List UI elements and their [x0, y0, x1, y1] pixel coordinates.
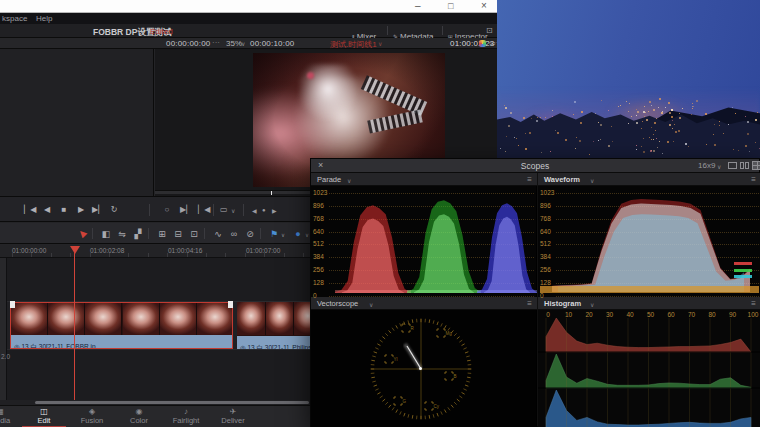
city-light [631, 116, 632, 117]
edit-tab-icon: ◫ [22, 407, 66, 416]
skip-forward-button[interactable]: ▶▏ [92, 205, 104, 214]
maximize-button[interactable]: □ [448, 0, 453, 13]
replace-clip-button[interactable]: ⊡ [188, 229, 200, 239]
histogram-header[interactable]: Histogram ∨ ≡ [538, 297, 760, 310]
mark-out-button[interactable]: ▏◀ [198, 205, 210, 214]
scopes-layout-dropdown[interactable]: 16x9 [696, 161, 717, 170]
vectorscope-header[interactable]: Vectorscope ∨ ≡ [311, 297, 537, 310]
separator [387, 26, 388, 35]
scopes-layout-caret-icon[interactable]: ∨ [717, 163, 721, 170]
position-lock-button[interactable]: ⊘ [244, 229, 256, 239]
clip-duration[interactable]: 00:00:10:00 [250, 39, 294, 48]
layout-single-icon[interactable] [728, 162, 737, 169]
tab-media[interactable]: ▦Media [0, 407, 22, 427]
city-light [659, 141, 660, 142]
scopes-titlebar[interactable]: × Scopes 16x9 ∨ [311, 159, 759, 173]
city-light [648, 111, 649, 112]
skip-back-button[interactable]: ▏◀ [24, 205, 36, 214]
histogram-caret-icon[interactable]: ∨ [590, 301, 594, 308]
city-light [714, 144, 716, 146]
grade-palette-icon[interactable] [479, 40, 486, 47]
parade-header[interactable]: Parade ∨ ≡ [311, 173, 537, 186]
waveform-settings-icon[interactable]: ≡ [751, 175, 756, 184]
city-light [654, 122, 656, 124]
nudge-right-button[interactable]: ▶ [272, 207, 277, 214]
metadata-button[interactable]: ✎Metadata [393, 25, 433, 37]
source-timecode[interactable]: 00:00:00:00 [166, 39, 210, 48]
insert-clip-button[interactable]: ⊞ [156, 229, 168, 239]
zoom-level[interactable]: 35% [226, 39, 242, 48]
close-button[interactable]: × [481, 0, 487, 12]
city-light [649, 137, 650, 138]
vectorscope-settings-icon[interactable]: ≡ [527, 299, 532, 308]
layout-dual-icon-b[interactable] [745, 162, 749, 169]
city-light [505, 107, 507, 109]
trim-edit-mode-button[interactable]: ◧ [100, 229, 112, 239]
tab-edit[interactable]: ◫Edit [22, 407, 66, 427]
overwrite-clip-button[interactable]: ⊟ [172, 229, 184, 239]
menubar: kspace Help [0, 13, 497, 24]
timeline-clip[interactable]: ◎ 13.白.30[21-1]_FOBBR.jp [10, 302, 233, 349]
menu-help[interactable]: Help [36, 14, 52, 23]
match-frame-button[interactable]: ○ [161, 205, 173, 214]
marker-caret-icon[interactable]: ∨ [305, 232, 309, 238]
city-light [645, 112, 646, 113]
vectorscope-caret-icon[interactable]: ∨ [369, 301, 373, 308]
curve-editor-button[interactable]: ∿ [212, 229, 224, 239]
minimize-button[interactable]: – [415, 0, 421, 12]
mixer-button[interactable]: |||Mixer [352, 25, 376, 37]
clip-thumbnail [160, 303, 197, 336]
play-button[interactable]: ▶ [75, 205, 87, 214]
clip-thumbnail [237, 302, 266, 335]
stop-button[interactable]: ■ [58, 205, 70, 214]
city-light [541, 152, 542, 153]
histogram-settings-icon[interactable]: ≡ [751, 299, 756, 308]
hscrollbar-thumb[interactable] [35, 401, 309, 404]
layout-dual-icon[interactable] [740, 162, 744, 169]
overflow-menu-icon[interactable]: ··· [212, 38, 220, 47]
link-clips-button[interactable]: ∞ [228, 229, 240, 239]
parade-settings-icon[interactable]: ≡ [527, 175, 532, 184]
tab-fusion[interactable]: ◈Fusion [70, 407, 114, 427]
clip-trim-handle-left[interactable] [10, 301, 15, 308]
loop-button[interactable]: ↻ [108, 205, 120, 214]
svg-text:G: G [403, 399, 407, 404]
inspector-button[interactable]: ⊞Inspector [448, 25, 488, 37]
layout-quad-icon[interactable] [752, 161, 760, 170]
flag-button[interactable]: ⚑ [268, 229, 280, 239]
city-light [714, 124, 715, 125]
tab-deliver[interactable]: ✈Deliver [211, 407, 255, 427]
parade-caret-icon[interactable]: ∨ [347, 177, 351, 184]
jog-playhead[interactable] [271, 191, 272, 195]
playhead-line[interactable] [74, 252, 75, 400]
menu-workspace[interactable]: kspace [2, 14, 27, 23]
position-dot-button[interactable]: ● [262, 207, 266, 213]
clip-trim-handle-right[interactable] [228, 301, 233, 308]
blade-edit-button[interactable]: ▞ [132, 229, 144, 239]
selection-tool-button[interactable]: ▶ [74, 226, 90, 242]
view-mode-button[interactable]: ▭ [220, 205, 228, 214]
vectorscope-target-R: R [402, 324, 415, 332]
timeline-caret-icon[interactable]: ∨ [378, 40, 382, 47]
separator [243, 204, 244, 216]
project-status: Edited [150, 27, 173, 36]
city-light [656, 138, 657, 139]
tab-color[interactable]: ◉Color [117, 407, 161, 427]
city-light [653, 109, 655, 111]
panel-toggle-icon[interactable]: ⊡ [486, 26, 493, 35]
waveform-header[interactable]: Waveform ∨ ≡ [538, 173, 760, 186]
zoom-caret-icon[interactable]: ∨ [241, 40, 245, 47]
dynamic-trim-button[interactable]: ⇋ [116, 229, 128, 239]
step-back-button[interactable]: ◀ [41, 205, 53, 214]
flag-caret-icon[interactable]: ∨ [281, 232, 285, 238]
city-light [644, 116, 645, 117]
nudge-left-button[interactable]: ◀ [252, 207, 257, 214]
marker-button[interactable]: ● [292, 229, 304, 239]
city-light [691, 114, 692, 115]
waveform-caret-icon[interactable]: ∨ [590, 177, 594, 184]
tab-fairlight[interactable]: ♪Fairlight [164, 407, 208, 427]
city-light [671, 109, 673, 111]
mark-in-button[interactable]: ▶▏ [180, 205, 192, 214]
view-mode-caret-icon[interactable]: ∨ [231, 207, 235, 214]
city-light [661, 112, 663, 114]
